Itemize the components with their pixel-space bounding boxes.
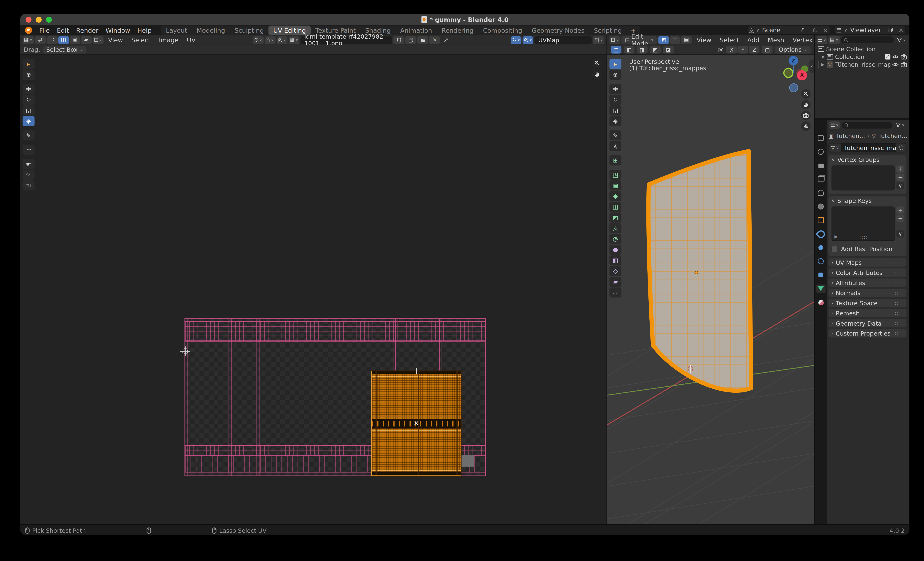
select-mode-vertex[interactable]: ◩ xyxy=(658,36,669,44)
close-window-button[interactable] xyxy=(26,16,32,22)
vp-menu-select[interactable]: Select xyxy=(716,36,742,44)
disable-in-renders-icon[interactable] xyxy=(900,54,907,60)
uv-select-mode-face[interactable]: ▣ xyxy=(69,36,80,44)
delete-scene-button[interactable]: × xyxy=(821,27,830,33)
poly-build-tool[interactable]: ◬ xyxy=(609,223,621,233)
select-extend-icon[interactable]: ◧ xyxy=(624,46,634,54)
measure-tool[interactable]: ∡ xyxy=(609,141,621,151)
shape-keys-header[interactable]: ∨ Shape Keys :::: xyxy=(828,196,906,205)
shape-keys-list[interactable]: ▶ :::: xyxy=(831,207,894,241)
scene-selector[interactable]: ◬∨ Scene × xyxy=(747,26,830,34)
transform-tool[interactable]: ◈ xyxy=(22,116,34,126)
editor-type-3d-icon[interactable]: ⊞∨ xyxy=(609,36,620,44)
add-cube-tool[interactable]: ⊞ xyxy=(609,155,621,166)
knife-tool[interactable]: ◩ xyxy=(609,213,621,223)
tab-compositing[interactable]: Compositing xyxy=(478,26,527,35)
menu-edit[interactable]: Edit xyxy=(53,26,73,34)
vp-canvas[interactable]: ▸ ⊕ ✚ ↻ ◱ ◈ ✎ ∡ ⊞ ◳ ▣ ◆ ◫ ◩ ◬ xyxy=(607,55,814,524)
properties-search-input[interactable] xyxy=(842,122,892,128)
mesh-browse-dropdown[interactable]: ▽∨ xyxy=(829,143,841,152)
menu-file[interactable]: File xyxy=(36,26,53,34)
uv-display-channels-dropdown[interactable]: ▨∨ xyxy=(593,36,604,44)
properties-filter-funnel-icon[interactable]: ∨ xyxy=(894,121,906,129)
panel-uv-maps[interactable]: ›UV Maps:::: xyxy=(828,258,906,267)
vp-pan-button[interactable] xyxy=(801,100,811,110)
object-hide-icon[interactable] xyxy=(892,62,898,68)
pin-scene-icon[interactable] xyxy=(796,27,808,33)
image-unlink-button[interactable]: × xyxy=(429,36,440,44)
move-tool[interactable]: ✚ xyxy=(22,84,34,94)
tab-particles[interactable] xyxy=(816,243,826,252)
vertex-group-specials-dropdown[interactable]: ∨ xyxy=(896,182,904,189)
tweak-select-tool[interactable]: ▸ xyxy=(22,59,34,69)
minimize-window-button[interactable] xyxy=(36,16,42,22)
tab-sculpting[interactable]: Sculpting xyxy=(230,26,268,35)
uv-sculpt-pinch-tool[interactable]: ☜ xyxy=(22,180,34,190)
panel-attributes[interactable]: ›Attributes:::: xyxy=(828,279,906,287)
panel-remesh[interactable]: ›Remesh:::: xyxy=(828,309,906,317)
menu-window[interactable]: Window xyxy=(102,26,134,34)
vp-menu-view[interactable]: View xyxy=(693,36,715,44)
select-intersect-icon[interactable]: ◪ xyxy=(663,46,674,54)
axis-z-ball[interactable]: Z xyxy=(789,56,798,66)
remove-shape-key-button[interactable]: − xyxy=(896,215,904,222)
image-new-button[interactable] xyxy=(406,36,416,44)
outliner-row-collection[interactable]: ▼ Collection ✓ xyxy=(815,53,909,61)
scale-tool[interactable]: ◱ xyxy=(22,105,34,116)
mesh-name-field[interactable]: ▽∨ Tütchen_rissc_mappes xyxy=(828,143,906,153)
uv-pan-button[interactable] xyxy=(592,70,602,79)
uv-select-mode-edge[interactable]: ◫ xyxy=(58,36,69,44)
image-name-field[interactable]: idml-template-rf42027982-1001__1.png xyxy=(301,36,393,44)
vp-ortho-toggle-button[interactable] xyxy=(801,122,811,131)
drag-tool-dropdown[interactable]: Select Box∨ xyxy=(43,46,87,53)
collection-checkbox[interactable]: ✓ xyxy=(885,54,890,60)
options-dropdown[interactable]: Options∨ xyxy=(775,46,810,53)
shear-tool[interactable]: ▰ xyxy=(609,277,621,287)
spin-tool[interactable]: ◔ xyxy=(609,234,621,244)
add-rest-position-checkbox[interactable] xyxy=(831,246,838,252)
panel-texture-space[interactable]: ›Texture Space:::: xyxy=(828,299,906,307)
move-tool-3d[interactable]: ✚ xyxy=(609,84,621,94)
vp-menu-add[interactable]: Add xyxy=(744,36,763,44)
edge-slide-tool[interactable]: ◧ xyxy=(609,255,621,266)
select-subtract-icon[interactable]: ◨ xyxy=(637,46,648,54)
select-box-tool[interactable]: ▸ xyxy=(609,59,621,69)
panel-color-attributes[interactable]: ›Color Attributes:::: xyxy=(828,268,906,277)
tab-view-layer[interactable] xyxy=(816,175,826,183)
outliner-filter-funnel-icon[interactable]: ∨ xyxy=(895,36,907,44)
loop-cut-tool[interactable]: ◫ xyxy=(609,202,621,212)
tab-geometry-nodes[interactable]: Geometry Nodes xyxy=(527,26,589,35)
mesh-fake-user-toggle[interactable] xyxy=(896,143,906,152)
tab-animation[interactable]: Animation xyxy=(396,26,437,35)
tab-layout[interactable]: Layout xyxy=(161,26,192,35)
vp-camera-view-button[interactable] xyxy=(801,111,811,120)
uv-sculpt-grab-tool[interactable]: ☛ xyxy=(22,159,34,169)
scale-tool-3d[interactable]: ◱ xyxy=(609,105,621,116)
rotate-tool[interactable]: ↻ xyxy=(22,94,34,105)
outliner-filter-dropdown[interactable]: ▤∨ xyxy=(829,36,840,44)
uv-zoom-button[interactable] xyxy=(592,58,602,68)
shape-key-specials-dropdown[interactable]: ∨ xyxy=(896,230,904,237)
view-layer-selector[interactable]: ▤∨ ViewLayer × xyxy=(834,26,906,34)
remove-vertex-group-button[interactable]: − xyxy=(896,174,904,181)
vp-menu-mesh[interactable]: Mesh xyxy=(764,36,788,44)
uv-menu-select[interactable]: Select xyxy=(128,36,154,44)
add-shape-key-button[interactable]: + xyxy=(896,207,904,214)
vp-menu-vertex[interactable]: Vertex xyxy=(789,36,816,44)
mode-dropdown[interactable]: ◳Edit Mode∨ xyxy=(621,36,657,44)
selected-uv-island[interactable]: ✕ xyxy=(372,370,461,476)
select-mode-edge[interactable]: ◫ xyxy=(670,36,680,44)
vertex-groups-header[interactable]: ∨ Vertex Groups :::: xyxy=(828,155,906,164)
axis-x-ball[interactable]: X xyxy=(797,70,807,80)
image-fake-user-toggle[interactable] xyxy=(394,36,404,44)
select-mode-face[interactable]: ▣ xyxy=(681,36,692,44)
shape-key-play-icon[interactable]: ▶ xyxy=(834,234,837,239)
cursor-tool[interactable]: ⊕ xyxy=(22,70,34,80)
mirror-z-toggle[interactable]: Z xyxy=(749,46,760,54)
uv-sync-selection-toggle[interactable]: ⇄ xyxy=(35,36,46,44)
axis-neg-y-ball[interactable] xyxy=(783,68,794,78)
panel-custom-properties[interactable]: ›Custom Properties:::: xyxy=(828,329,906,338)
rip-region-tool-3d[interactable]: ▱ xyxy=(609,288,621,298)
outliner-row-object[interactable]: ▶ ▽ Tütchen_rissc_mappes xyxy=(815,61,909,69)
delete-view-layer-button[interactable]: × xyxy=(897,27,905,33)
